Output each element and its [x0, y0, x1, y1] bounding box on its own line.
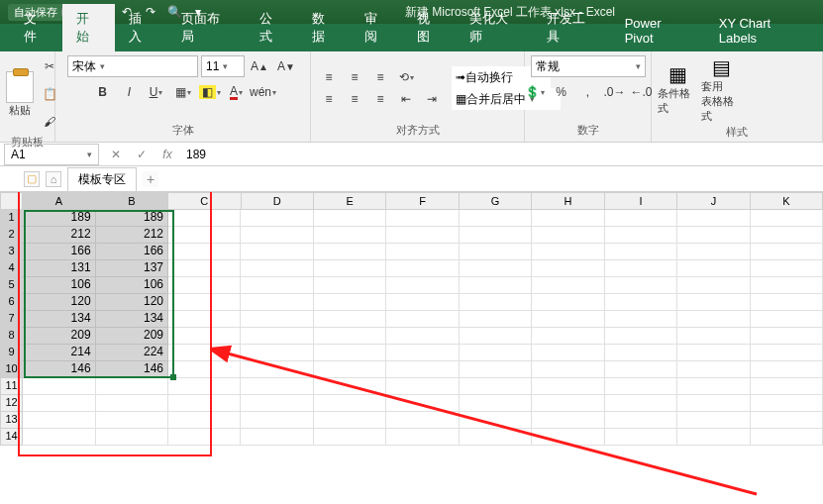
- cell[interactable]: [751, 361, 823, 378]
- cell[interactable]: [751, 429, 823, 446]
- cell[interactable]: [605, 378, 677, 395]
- cell[interactable]: [677, 311, 750, 328]
- cancel-icon[interactable]: ✕: [103, 144, 129, 165]
- column-header[interactable]: I: [605, 192, 677, 210]
- row-header[interactable]: 8: [0, 328, 23, 345]
- cell[interactable]: [677, 244, 750, 260]
- column-header[interactable]: G: [460, 192, 532, 210]
- tab-文件[interactable]: 文件: [10, 4, 62, 51]
- cell[interactable]: [605, 311, 677, 328]
- cell[interactable]: [23, 378, 95, 395]
- tab-公式[interactable]: 公式: [246, 4, 298, 51]
- cell[interactable]: [314, 345, 386, 361]
- conditional-formatting-button[interactable]: ▦ 条件格式: [658, 55, 697, 123]
- cell[interactable]: [168, 277, 241, 294]
- cell[interactable]: [23, 412, 95, 429]
- row-header[interactable]: 3: [0, 244, 23, 260]
- cell[interactable]: [314, 412, 386, 429]
- cell[interactable]: [314, 311, 386, 328]
- cell[interactable]: [532, 277, 604, 294]
- cell[interactable]: [605, 345, 677, 361]
- column-header[interactable]: A: [23, 192, 95, 210]
- align-left-icon[interactable]: ≡: [317, 88, 341, 110]
- cell[interactable]: [532, 328, 604, 345]
- cell[interactable]: [168, 244, 241, 260]
- cell[interactable]: [605, 277, 677, 294]
- cell[interactable]: [96, 395, 168, 412]
- row-header[interactable]: 9: [0, 345, 23, 361]
- cell[interactable]: [460, 260, 532, 277]
- cell[interactable]: [386, 378, 459, 395]
- cell[interactable]: [314, 328, 386, 345]
- row-header[interactable]: 2: [0, 227, 23, 244]
- align-center-icon[interactable]: ≡: [343, 88, 366, 110]
- indent-decrease-icon[interactable]: ⇤: [394, 88, 418, 110]
- fx-icon[interactable]: fx: [154, 144, 180, 165]
- cell[interactable]: [314, 294, 386, 311]
- column-header[interactable]: B: [96, 192, 168, 210]
- cell[interactable]: [605, 412, 677, 429]
- cell[interactable]: [532, 311, 604, 328]
- cell[interactable]: 120: [23, 294, 95, 311]
- cell[interactable]: [460, 277, 532, 294]
- cell[interactable]: [677, 412, 750, 429]
- cell[interactable]: 166: [23, 244, 95, 260]
- cell[interactable]: [677, 328, 750, 345]
- cell[interactable]: [605, 294, 677, 311]
- cell[interactable]: [168, 227, 241, 244]
- cell[interactable]: 134: [23, 311, 95, 328]
- tab-审阅[interactable]: 审阅: [351, 4, 403, 51]
- cell[interactable]: [751, 294, 823, 311]
- cell[interactable]: [532, 395, 604, 412]
- cell[interactable]: [386, 260, 459, 277]
- tab-power-pivot[interactable]: Power Pivot: [611, 10, 705, 51]
- tab-美化大师[interactable]: 美化大师: [456, 4, 533, 51]
- comma-format-icon[interactable]: ,: [576, 81, 600, 103]
- cell[interactable]: [386, 244, 459, 260]
- cell[interactable]: 214: [23, 345, 95, 361]
- cell[interactable]: [605, 210, 677, 227]
- cell[interactable]: [386, 328, 459, 345]
- cell[interactable]: [751, 260, 823, 277]
- cell[interactable]: [314, 429, 386, 446]
- cell[interactable]: [460, 361, 532, 378]
- cell[interactable]: 212: [96, 227, 168, 244]
- cell[interactable]: [751, 210, 823, 227]
- cell[interactable]: [314, 378, 386, 395]
- cell[interactable]: 137: [96, 260, 168, 277]
- cell[interactable]: [23, 395, 95, 412]
- row-header[interactable]: 6: [0, 294, 23, 311]
- cell[interactable]: [241, 227, 313, 244]
- cell[interactable]: [168, 294, 241, 311]
- column-header[interactable]: F: [386, 192, 459, 210]
- column-header[interactable]: H: [532, 192, 604, 210]
- fill-handle[interactable]: [170, 374, 176, 380]
- cell[interactable]: [751, 345, 823, 361]
- cell[interactable]: [605, 227, 677, 244]
- add-sheet-icon[interactable]: +: [143, 171, 158, 187]
- cell[interactable]: [386, 277, 459, 294]
- cell[interactable]: [605, 260, 677, 277]
- cell[interactable]: [751, 227, 823, 244]
- cell[interactable]: 146: [96, 361, 168, 378]
- cell[interactable]: [677, 429, 750, 446]
- decrease-font-icon[interactable]: A▼: [274, 55, 298, 77]
- cell[interactable]: 106: [96, 277, 168, 294]
- cell[interactable]: [386, 311, 459, 328]
- tab-插入[interactable]: 插入: [115, 4, 167, 51]
- cell[interactable]: [460, 345, 532, 361]
- cell[interactable]: [314, 395, 386, 412]
- column-header[interactable]: E: [314, 192, 386, 210]
- cell[interactable]: [605, 328, 677, 345]
- folder-icon[interactable]: ▢: [24, 171, 40, 187]
- cell[interactable]: [677, 277, 750, 294]
- cell[interactable]: 120: [96, 294, 168, 311]
- cell[interactable]: 189: [96, 210, 168, 227]
- cell[interactable]: [751, 395, 823, 412]
- cell[interactable]: [532, 260, 604, 277]
- cell[interactable]: [751, 378, 823, 395]
- row-header[interactable]: 4: [0, 260, 23, 277]
- cell[interactable]: [314, 361, 386, 378]
- paste-button[interactable]: 粘贴: [6, 60, 34, 128]
- tab-开发工具[interactable]: 开发工具: [533, 4, 610, 51]
